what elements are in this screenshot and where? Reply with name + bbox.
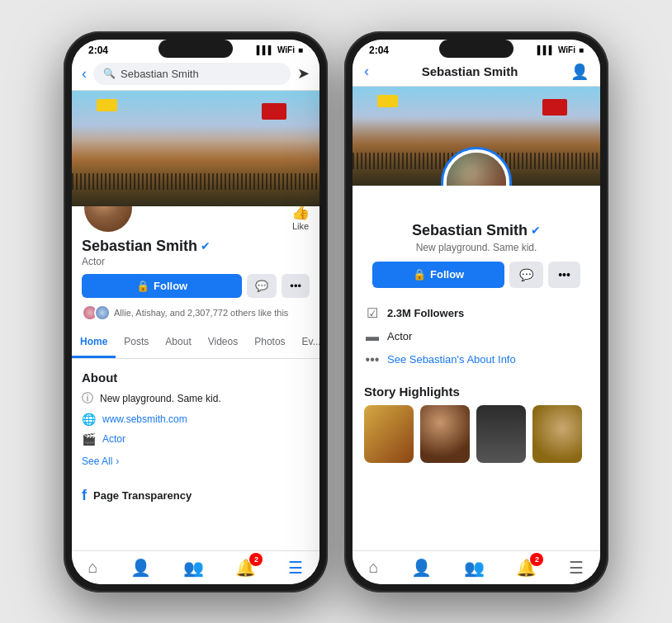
p1-header: ‹ 🔍 Sebastian Smith ➤ xyxy=(72,58,319,91)
notch-1 xyxy=(159,40,233,58)
message-button-1[interactable]: 💬 xyxy=(247,274,277,298)
sign-yellow-2 xyxy=(377,95,398,107)
nav-home-2[interactable]: ⌂ xyxy=(368,558,378,577)
page-transparency-label: Page Transparency xyxy=(93,489,192,502)
nav-friends-1[interactable]: 👥 xyxy=(183,558,204,578)
about-title-1: About xyxy=(82,370,310,385)
nav-profile-1[interactable]: 👤 xyxy=(130,558,151,578)
about-bio-text: New playground. Same kid. xyxy=(100,393,221,404)
p2-header: ‹ Sebastian Smith 👤 xyxy=(353,58,600,87)
nav-menu-1[interactable]: ☰ xyxy=(288,558,303,578)
about-link[interactable]: See Sebastian's About Info xyxy=(387,353,516,366)
search-text: Sebastian Smith xyxy=(121,68,199,80)
tab-about[interactable]: About xyxy=(157,328,199,358)
highlight-item-4[interactable] xyxy=(532,405,582,463)
see-all-text: See All xyxy=(82,455,112,467)
p1-scroll: 👍 Like Sebastian Smith ✔ Actor 🔒 Follow xyxy=(72,91,319,550)
nav-notifications-1[interactable]: 🔔 2 xyxy=(235,558,256,578)
occupation-row: ▬ Actor xyxy=(364,325,589,348)
profile-subtitle-1: Actor xyxy=(82,256,310,267)
page-transparency-section: f Page Transparency xyxy=(72,479,319,512)
ellipsis-icon-2: ••• xyxy=(558,268,570,281)
sign-red-2 xyxy=(542,99,567,116)
cover-photo-2 xyxy=(353,87,600,186)
cover-photo-1 xyxy=(72,91,319,206)
friend-avatars-1 xyxy=(82,304,111,321)
p2-verified-badge: ✔ xyxy=(531,224,541,237)
tab-more[interactable]: Ev... xyxy=(294,328,319,358)
status-icons-2: ▌▌▌ WiFi ■ xyxy=(537,45,584,54)
about-item-bio: ⓘ New playground. Same kid. xyxy=(82,391,310,406)
nav-notifications-2[interactable]: 🔔 2 xyxy=(516,558,537,578)
action-row-1: 🔒 Follow 💬 ••• xyxy=(82,274,310,298)
more-button-2[interactable]: ••• xyxy=(548,262,580,288)
person-icon[interactable]: 👤 xyxy=(570,63,589,81)
back-button-1[interactable]: ‹ xyxy=(82,65,87,83)
about-item-web: 🌐 www.sebsmith.com xyxy=(82,413,310,426)
about-website[interactable]: www.sebsmith.com xyxy=(102,413,187,425)
messenger-icon: 💬 xyxy=(255,280,268,292)
sign-red-1 xyxy=(262,103,286,120)
nav-home-1[interactable]: ⌂ xyxy=(88,558,97,577)
back-button-2[interactable]: ‹ xyxy=(364,63,369,80)
about-row: ••• See Sebastian's About Info xyxy=(364,348,589,371)
sign-yellow-1 xyxy=(97,99,117,111)
p2-highlights: Story Highlights xyxy=(353,376,600,471)
globe-icon: 🌐 xyxy=(82,413,96,426)
follow-button-2[interactable]: 🔒 Follow xyxy=(372,262,504,288)
tab-videos[interactable]: Videos xyxy=(200,328,246,358)
share-icon[interactable]: ➤ xyxy=(297,64,310,83)
p2-profile-bio: New playground. Same kid. xyxy=(364,242,589,253)
p2-stats: ☑ 2.3M Followers ▬ Actor ••• See Sebasti… xyxy=(353,295,600,373)
nav-menu-2[interactable]: ☰ xyxy=(569,558,584,578)
highlight-item-1[interactable] xyxy=(364,405,414,463)
search-icon: 🔍 xyxy=(103,68,116,79)
p2-profile-info: Sebastian Smith ✔ New playground. Same k… xyxy=(353,186,600,295)
highlights-title: Story Highlights xyxy=(364,385,589,399)
avatar-2 xyxy=(443,149,509,186)
nav-profile-2[interactable]: 👤 xyxy=(411,558,432,578)
more-button-1[interactable]: ••• xyxy=(282,274,310,298)
briefcase-icon: 🎬 xyxy=(82,432,96,446)
facebook-icon: f xyxy=(82,487,87,504)
bottom-nav-2: ⌂ 👤 👥 🔔 2 ☰ xyxy=(353,550,600,584)
tab-photos[interactable]: Photos xyxy=(246,328,293,358)
message-button-2[interactable]: 💬 xyxy=(509,262,543,288)
friend-av-2 xyxy=(94,304,111,321)
follow-label-2: Follow xyxy=(430,268,464,281)
highlight-item-3[interactable] xyxy=(476,405,526,463)
main-container: 2:04 ▌▌▌ WiFi ■ ‹ 🔍 Sebastian Smith ➤ xyxy=(64,31,608,592)
phone-1: 2:04 ▌▌▌ WiFi ■ ‹ 🔍 Sebastian Smith ➤ xyxy=(64,31,328,592)
profile-name-1: Sebastian Smith xyxy=(82,238,197,255)
p2-action-row: 🔒 Follow 💬 ••• xyxy=(364,262,589,288)
signal-icon-2: ▌▌▌ xyxy=(537,45,555,54)
bottom-nav-1: ⌂ 👤 👥 🔔 2 ☰ xyxy=(72,550,319,584)
like-button-1[interactable]: 👍 Like xyxy=(291,203,310,231)
wifi-icon-2: WiFi xyxy=(558,45,575,54)
highlights-row xyxy=(364,405,589,463)
wifi-icon: WiFi xyxy=(277,45,295,54)
highlight-item-2[interactable] xyxy=(420,405,470,463)
about-section-1: About ⓘ New playground. Same kid. 🌐 www.… xyxy=(72,362,319,475)
occupation-text: Actor xyxy=(387,330,412,342)
followers-row: ☑ 2.3M Followers xyxy=(364,301,589,325)
search-bar-1[interactable]: 🔍 Sebastian Smith xyxy=(93,63,291,85)
battery-icon: ■ xyxy=(298,45,303,54)
about-occupation[interactable]: Actor xyxy=(102,433,125,445)
tab-posts[interactable]: Posts xyxy=(116,328,157,358)
nav-friends-2[interactable]: 👥 xyxy=(464,558,485,578)
avatar-img-2 xyxy=(447,153,506,186)
followers-count: 2.3M Followers xyxy=(387,307,464,319)
lock-icon: 🔒 xyxy=(136,280,149,292)
chevron-right-icon: › xyxy=(116,455,119,467)
name-row-1: Sebastian Smith ✔ xyxy=(82,238,310,255)
tab-home[interactable]: Home xyxy=(72,328,116,358)
p2-header-title: Sebastian Smith xyxy=(422,64,518,78)
info-icon: ⓘ xyxy=(82,391,93,406)
see-all-link[interactable]: See All › xyxy=(82,452,310,467)
follow-button-1[interactable]: 🔒 Follow xyxy=(82,274,242,298)
notch-2 xyxy=(439,40,513,58)
film-icon: ▬ xyxy=(364,329,381,344)
friends-text-1: Allie, Atishay, and 2,307,772 others lik… xyxy=(114,308,288,318)
tabs-1: Home Posts About Videos Photos Ev... xyxy=(72,328,319,359)
